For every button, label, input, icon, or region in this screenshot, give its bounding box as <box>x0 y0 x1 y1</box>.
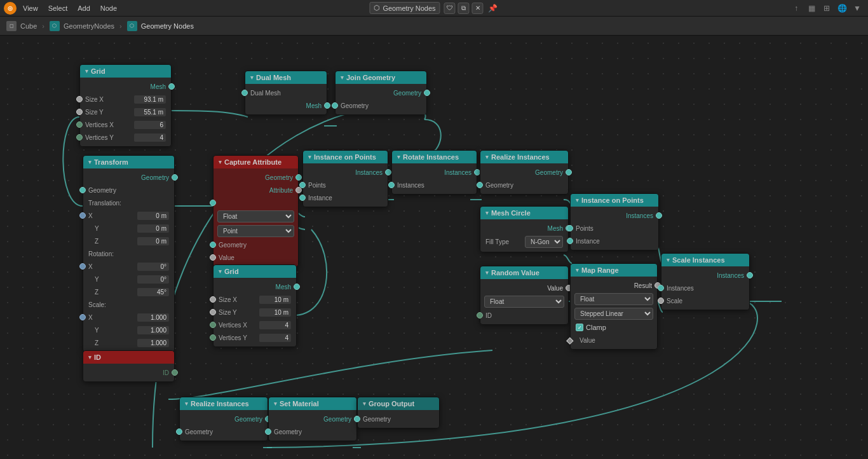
socket-grid2-verty[interactable] <box>210 334 216 341</box>
socket-group-output-in[interactable] <box>354 416 360 422</box>
socket-iop1-points[interactable] <box>299 182 306 188</box>
random-value-type-select[interactable]: Float Integer Vector Boolean <box>484 296 564 308</box>
close-icon-btn[interactable]: ✕ <box>472 3 484 14</box>
world-icon[interactable]: 🌐 <box>835 1 849 15</box>
socket-realize2-in[interactable] <box>176 428 182 435</box>
node-mesh-circle[interactable]: ▾ Mesh Circle Mesh Fill Type N-Gon Trian… <box>480 206 569 252</box>
socket-realize1-in[interactable] <box>477 182 483 188</box>
socket-grid1-sizey[interactable] <box>76 109 83 115</box>
capture-attr-domain-select[interactable]: Point Edge Face <box>217 225 294 237</box>
node-random-value-header: ▾ Random Value <box>480 266 568 279</box>
node-transform[interactable]: ▾ Transform Geometry Geometry Translatio… <box>83 155 175 352</box>
socket-random-id[interactable] <box>477 312 483 319</box>
blender-logo[interactable]: ◎ <box>4 2 17 15</box>
breadcrumb-geo-nodes[interactable]: GeometryNodes <box>64 22 114 30</box>
socket-join-geo-in[interactable] <box>332 102 338 109</box>
socket-transform-geo-in[interactable] <box>79 187 86 193</box>
socket-dualmesh-in[interactable] <box>241 90 248 96</box>
layout-icon[interactable]: ▦ <box>804 1 818 15</box>
node-join-geo-out: Geometry <box>336 86 426 99</box>
node-capture-attr-dropdown2: Point Edge Face <box>214 224 298 238</box>
node-random-value-type: Float Integer Vector Boolean <box>480 294 568 309</box>
node-realize-instances-1[interactable]: ▾ Realize Instances Geometry Geometry <box>480 150 569 195</box>
menu-add[interactable]: Add <box>74 3 94 13</box>
node-grid-2-sizey: Size Y 10 m <box>214 306 296 319</box>
node-map-range[interactable]: ▾ Map Range Result Float Vector Stepped … <box>570 263 658 350</box>
node-transform-ry: Y 0° <box>83 273 174 285</box>
socket-realize1-out[interactable] <box>566 169 572 175</box>
node-grid-2[interactable]: ▾ Grid Mesh Size X 10 m Size Y 10 m Vert… <box>213 264 297 347</box>
menu-node[interactable]: Node <box>97 3 121 13</box>
shield-icon-btn[interactable]: 🛡 <box>444 3 456 14</box>
copy-icon-btn[interactable]: ⧉ <box>458 3 470 14</box>
map-range-interp-select[interactable]: Stepped Linear Linear Smooth Step Smooth… <box>574 308 653 320</box>
socket-capture-value-in[interactable] <box>210 254 216 261</box>
map-range-type-select[interactable]: Float Vector <box>574 293 653 305</box>
socket-iop2-points[interactable] <box>567 225 573 231</box>
socket-grid2-sizex[interactable] <box>210 296 216 303</box>
socket-dualmesh-out[interactable] <box>324 102 330 109</box>
node-group-output[interactable]: ▾ Group Output Geometry <box>357 397 440 428</box>
node-instance-on-points-2[interactable]: ▾ Instance on Points Instances Points In… <box>570 193 659 250</box>
node-scale-instances[interactable]: ▾ Scale Instances Instances Instances Sc… <box>661 253 750 310</box>
node-capture-attr-value-in: Value <box>214 251 298 264</box>
socket-grid2-out[interactable] <box>294 284 300 290</box>
breadcrumb-cube[interactable]: Cube <box>20 22 37 30</box>
menu-select[interactable]: Select <box>44 3 72 13</box>
node-join-geometry[interactable]: ▾ Join Geometry Geometry Geometry <box>335 71 427 115</box>
node-transform-header: ▾ Transform <box>83 156 174 168</box>
socket-iop1-out[interactable] <box>385 169 391 175</box>
socket-scale-inst-in[interactable] <box>658 285 664 291</box>
node-set-material[interactable]: ▾ Set Material Geometry Geometry <box>268 397 357 441</box>
down-icon[interactable]: ▼ <box>850 1 864 15</box>
editor-type-button[interactable]: ⬡ Geometry Nodes <box>369 2 440 14</box>
node-grid-1[interactable]: ▾ Grid Mesh Size X 93.1 m Size Y 55.1 m … <box>79 64 172 147</box>
capture-attr-type-select[interactable]: Float Vector Color <box>217 210 294 223</box>
socket-grid1-verty[interactable] <box>76 134 83 140</box>
socket-id-out[interactable] <box>172 369 178 376</box>
grid-icon[interactable]: ⊞ <box>820 1 834 15</box>
socket-capture-geo-in2[interactable] <box>210 242 216 248</box>
node-capture-attr-header: ▾ Capture Attribute <box>214 156 298 168</box>
node-iop1-instances-out: Instances <box>303 166 388 179</box>
socket-rotate-in[interactable] <box>388 182 395 188</box>
node-grid-1-verty: Vertices Y 4 <box>80 131 171 144</box>
node-transform-sz: Z 1.000 <box>83 336 174 349</box>
top-menu-bar: ◎ View Select Add Node ⬡ Geometry Nodes … <box>0 0 868 17</box>
socket-grid2-sizey[interactable] <box>210 309 216 315</box>
socket-transform-geo-out[interactable] <box>172 174 178 181</box>
mesh-circle-fill-select[interactable]: N-Gon Triangle Fan None <box>525 236 563 248</box>
socket-set-material-in[interactable] <box>265 428 271 435</box>
socket-grid1-sizex[interactable] <box>76 96 83 102</box>
clamp-checkbox[interactable]: ✓ <box>576 324 583 331</box>
socket-grid1-vertx[interactable] <box>76 121 83 128</box>
node-transform-sy: Y 1.000 <box>83 324 174 336</box>
node-capture-attribute[interactable]: ▾ Capture Attribute Geometry Attribute F… <box>213 155 299 267</box>
node-dual-mesh[interactable]: ▾ Dual Mesh Dual Mesh Mesh <box>245 71 327 115</box>
node-realize-instances-2[interactable]: ▾ Realize Instances Geometry Geometry <box>179 397 268 441</box>
socket-transform-rx[interactable] <box>79 263 86 270</box>
socket-transform-tx[interactable] <box>79 212 86 219</box>
node-transform-rx: X 0° <box>83 260 174 273</box>
node-id[interactable]: ▾ ID ID <box>83 350 175 382</box>
socket-join-geo-out[interactable] <box>424 90 430 96</box>
up-icon[interactable]: ↑ <box>789 1 803 15</box>
socket-capture-geo-out[interactable] <box>295 174 302 181</box>
socket-iop2-out[interactable] <box>656 212 662 219</box>
socket-scale-scale-in[interactable] <box>658 298 664 304</box>
node-rotate-instances[interactable]: ▾ Rotate Instances Instances Instances <box>391 150 477 195</box>
socket-iop2-instance[interactable] <box>567 238 573 244</box>
node-random-value[interactable]: ▾ Random Value Value Float Integer Vecto… <box>480 266 569 325</box>
socket-iop1-instance[interactable] <box>299 195 306 201</box>
node-grid-2-verty: Vertices Y 4 <box>214 331 296 344</box>
editor-title: Geometry Nodes <box>383 4 435 12</box>
pin-button[interactable]: 📌 <box>487 3 499 14</box>
socket-grid1-mesh-out[interactable] <box>168 83 175 90</box>
socket-transform-sx[interactable] <box>79 314 86 320</box>
socket-capture-geo-in[interactable] <box>210 200 216 206</box>
socket-map-range-value-in[interactable] <box>566 338 573 345</box>
socket-scale-inst-out[interactable] <box>747 272 753 278</box>
node-instance-on-points-1[interactable]: ▾ Instance on Points Instances Points In… <box>302 150 388 207</box>
socket-grid2-vertx[interactable] <box>210 322 216 328</box>
menu-view[interactable]: View <box>19 3 42 13</box>
